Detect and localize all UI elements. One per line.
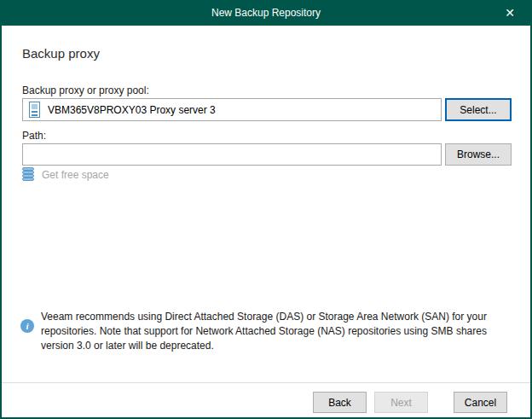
get-free-space-link[interactable]: Get free space	[22, 167, 109, 182]
info-text-line: Veeam recommends using Direct Attached S…	[41, 310, 487, 324]
select-button[interactable]: Select...	[445, 98, 512, 121]
get-free-space-label: Get free space	[42, 169, 109, 181]
disk-stack-icon	[22, 167, 34, 182]
info-text-line: version 3.0 or later will be deprecated.	[41, 339, 487, 353]
footer-separator	[2, 382, 530, 383]
cancel-button[interactable]: Cancel	[454, 392, 507, 413]
proxy-server-icon	[29, 102, 40, 118]
back-button[interactable]: Back	[313, 392, 367, 413]
page-title: Backup proxy	[22, 46, 100, 61]
proxy-value-field[interactable]: VBM365V8PROXY03 Proxy server 3	[22, 98, 442, 121]
info-text: Veeam recommends using Direct Attached S…	[41, 310, 487, 353]
proxy-value-text: VBM365V8PROXY03 Proxy server 3	[48, 104, 216, 116]
new-backup-repository-dialog: New Backup Repository ✕ Backup proxy Bac…	[0, 0, 532, 419]
path-input[interactable]	[22, 143, 442, 166]
info-icon: i	[20, 319, 34, 333]
proxy-field-label: Backup proxy or proxy pool:	[22, 84, 149, 96]
browse-button[interactable]: Browse...	[445, 143, 512, 166]
info-text-line: repositories. Note that support for Netw…	[41, 324, 487, 339]
close-icon[interactable]: ✕	[496, 0, 523, 26]
title-bar: New Backup Repository ✕	[0, 0, 532, 26]
info-note: i Veeam recommends using Direct Attached…	[20, 310, 487, 353]
window-title: New Backup Repository	[211, 7, 321, 19]
path-field-label: Path:	[22, 130, 46, 142]
next-button[interactable]: Next	[374, 392, 428, 413]
